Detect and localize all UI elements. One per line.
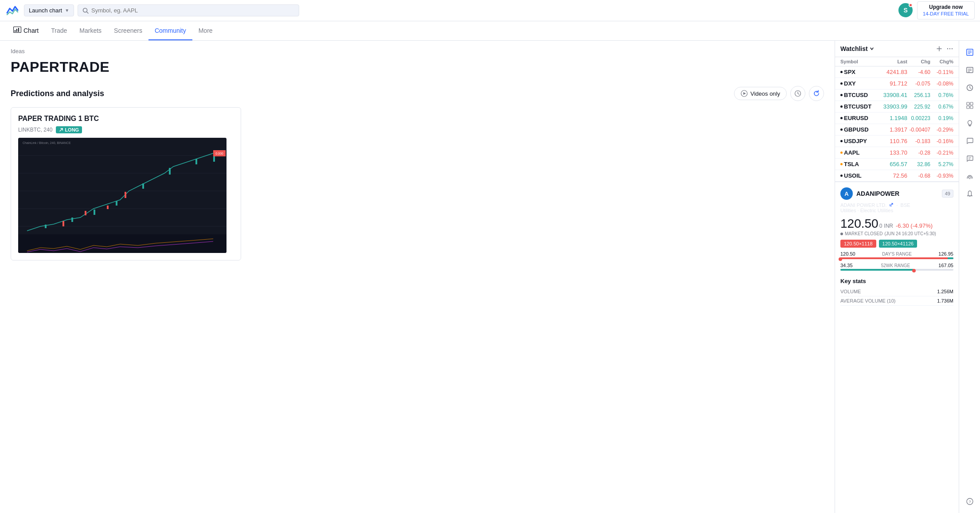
wl-chg: -0.00407	[907, 127, 930, 133]
trade-badges: 120.50×1118 120.50×41126	[840, 240, 953, 248]
launch-chart-label: Launch chart	[29, 7, 62, 14]
watchlist-row[interactable]: DXY 91.712 -0.075 -0.08%	[835, 78, 959, 89]
wl-chg: -0.28	[907, 150, 930, 156]
signal-icon[interactable]	[962, 168, 978, 184]
search-input[interactable]	[91, 7, 294, 14]
card-title: PAPER TRADING 1 BTC	[18, 115, 234, 123]
watchlist-row[interactable]: USDJPY 110.76 -0.183 -0.16%	[835, 136, 959, 147]
logo[interactable]	[5, 2, 20, 19]
watchlist-row[interactable]: BTCUSDT 33903.99 225.92 0.67%	[835, 101, 959, 113]
more-icon[interactable]	[946, 45, 953, 52]
svg-point-45	[952, 48, 953, 49]
comment-icon[interactable]	[962, 151, 978, 167]
news-icon[interactable]	[962, 62, 978, 78]
key-stats-title: Key stats	[840, 278, 953, 284]
upgrade-button[interactable]: Upgrade now 14-DAY FREE TRIAL	[917, 1, 975, 20]
stats-label: VOLUME	[840, 289, 861, 294]
wl-chg: 0.00223	[907, 115, 930, 121]
wl-chgpct: -0.29%	[930, 127, 953, 133]
stats-value: 1.256M	[937, 289, 953, 294]
col-chgpct: Chg%	[930, 59, 953, 64]
watchlist-title-button[interactable]: Watchlist	[840, 45, 874, 52]
external-link-icon[interactable]	[889, 202, 894, 207]
avatar[interactable]: S	[898, 3, 913, 17]
stock-subtitle: ADANI POWER LTD. · BSE Utilities · Elect…	[840, 202, 953, 213]
watchlist-row[interactable]: EURUSD 1.1948 0.00223 0.19%	[835, 113, 959, 124]
bell-icon[interactable]	[962, 186, 978, 202]
stats-label: AVERAGE VOLUME (10)	[840, 298, 896, 303]
svg-point-44	[949, 48, 950, 49]
svg-text:ChainLink / Bitcoin, 240, BINA: ChainLink / Bitcoin, 240, BINANCE	[23, 141, 71, 144]
nav-item-community[interactable]: Community	[148, 21, 192, 40]
stock-badge: 49	[942, 190, 953, 198]
stock-name: ADANIPOWER	[856, 190, 899, 197]
wl-symbol: GBPUSD	[840, 126, 872, 133]
svg-line-1	[87, 12, 89, 13]
chevron-down-icon	[870, 47, 874, 51]
stats-rows: VOLUME 1.256M AVERAGE VOLUME (10) 1.736M	[840, 287, 953, 306]
svg-text:?: ?	[968, 500, 971, 504]
refresh-button[interactable]	[809, 86, 824, 101]
search-bar[interactable]	[78, 4, 299, 16]
launch-chart-button[interactable]: Launch chart ▼	[24, 4, 74, 16]
wl-symbol: DXY	[840, 80, 872, 87]
nav-community-label: Community	[155, 27, 186, 34]
watchlist-row[interactable]: USOIL 72.56 -0.68 -0.93%	[835, 170, 959, 182]
lightbulb-icon[interactable]	[962, 115, 978, 131]
wl-symbol: USDJPY	[840, 138, 872, 144]
stock-detail: A ADANIPOWER 49 ADANI POWER LTD. · BSE U…	[835, 182, 959, 311]
main-nav: Chart Trade Markets Screeners Community …	[0, 21, 980, 41]
help-icon[interactable]: ?	[962, 494, 978, 509]
upgrade-line1: Upgrade now	[923, 4, 969, 11]
add-icon[interactable]	[936, 45, 943, 52]
filter-controls: Videos only	[734, 86, 824, 101]
svg-rect-27	[169, 168, 171, 175]
stock-change: -6.30 (-4.97%)	[896, 222, 933, 229]
clock-side-icon[interactable]	[962, 80, 978, 96]
nav-chart-label: Chart	[23, 27, 39, 34]
watchlist-row[interactable]: TSLA 656.57 32.86 5.27%	[835, 159, 959, 170]
watchlist-row[interactable]: SPX 4241.83 -4.60 -0.11%	[835, 66, 959, 78]
wl-chg: 256.13	[907, 92, 930, 98]
wl-symbol: USOIL	[840, 172, 872, 179]
watchlist-rows: SPX 4241.83 -4.60 -0.11% DXY 91.712 -0.0…	[835, 66, 959, 182]
wl-symbol: EURUSD	[840, 115, 872, 121]
watchlist-row[interactable]: AAPL 133.70 -0.28 -0.21%	[835, 147, 959, 159]
svg-point-66	[969, 178, 970, 179]
svg-marker-7	[743, 92, 746, 95]
svg-rect-59	[970, 102, 973, 105]
videos-only-button[interactable]: Videos only	[734, 87, 787, 100]
topbar: Launch chart ▼ S Upgrade now 14-DAY FREE…	[0, 0, 980, 21]
grid-icon[interactable]	[962, 97, 978, 113]
arrow-up-right-icon	[59, 128, 63, 132]
svg-rect-26	[142, 183, 144, 189]
nav-item-markets[interactable]: Markets	[73, 21, 108, 40]
stats-row: VOLUME 1.256M	[840, 287, 953, 296]
market-dot	[840, 233, 843, 235]
svg-rect-3	[15, 30, 16, 32]
svg-rect-28	[195, 159, 197, 164]
watchlist-row[interactable]: GBPUSD 1.3917 -0.00407 -0.29%	[835, 124, 959, 136]
nav-item-screeners[interactable]: Screeners	[108, 21, 148, 40]
long-badge: LONG	[56, 126, 82, 133]
refresh-icon	[813, 90, 820, 97]
nav-item-trade[interactable]: Trade	[45, 21, 73, 40]
svg-rect-61	[970, 106, 973, 109]
svg-rect-20	[107, 206, 109, 209]
wl-price: 91.712	[872, 80, 907, 87]
card-meta: LINKBTC, 240 LONG	[18, 126, 234, 133]
videos-only-label: Videos only	[750, 90, 780, 97]
chat-icon[interactable]	[962, 133, 978, 149]
chart-thumbnail[interactable]: 0.000 6 8 10 12 14 16 17 ChainLink / Bit…	[18, 138, 226, 253]
watchlist-table-header: Symbol Last Chg Chg%	[835, 57, 959, 66]
svg-rect-5	[18, 28, 19, 32]
wl-chg: -0.183	[907, 138, 930, 144]
section-title: Predictions and analysis	[11, 89, 104, 98]
nav-item-chart[interactable]: Chart	[7, 21, 45, 40]
watchlist-row[interactable]: BTCUSD 33908.41 256.13 0.76%	[835, 89, 959, 101]
nav-item-more[interactable]: More	[192, 21, 219, 40]
wl-price: 133.70	[872, 149, 907, 156]
clock-button[interactable]	[790, 86, 805, 101]
watchlist-icon[interactable]	[962, 44, 978, 60]
stock-price-sup: 0	[879, 223, 882, 229]
